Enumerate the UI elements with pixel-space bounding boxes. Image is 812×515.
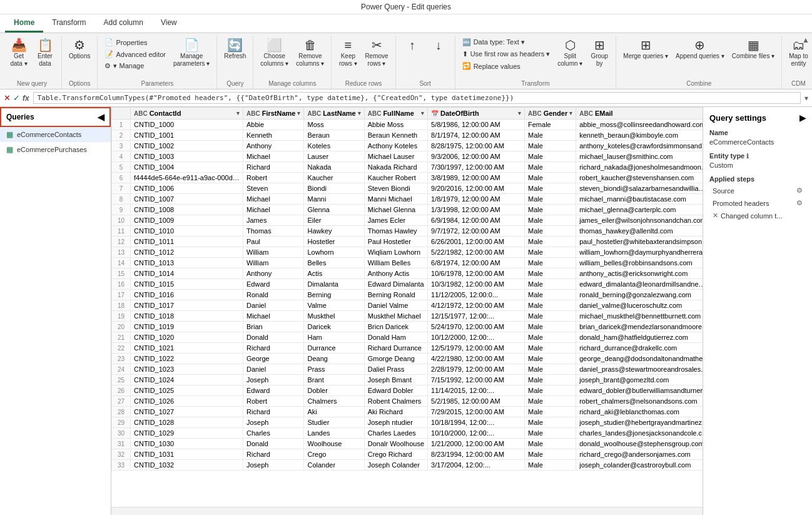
cell-firstname: Joseph	[243, 417, 304, 428]
ribbon-group-transform: 🔤 Data type: Text ▾ ⬆ Use first row as h…	[455, 36, 617, 89]
col-header-firstname[interactable]: ABC FirstName ▾	[243, 108, 304, 120]
tab-view[interactable]: View	[152, 14, 186, 33]
window-title: Power Query - Edit queries	[361, 3, 451, 11]
tab-transform[interactable]: Transform	[43, 14, 94, 33]
table-row: 9 CNTID_1008 Michael Glenna Michael Glen…	[112, 205, 703, 215]
table-row: 5 CNTID_1004 Richard Nakada Nakada Richa…	[112, 162, 703, 173]
step-source[interactable]: Source ⚙	[709, 185, 806, 196]
sort-desc-button[interactable]: ↓	[426, 37, 451, 53]
cell-fullname: Berning Ronald	[364, 290, 427, 300]
replace-values-button[interactable]: 🔁 Replace values	[459, 61, 554, 71]
combine-files-button[interactable]: ▦ Combine files ▾	[729, 37, 778, 62]
formula-x-icon[interactable]: ✕	[4, 93, 11, 103]
cell-firstname: Anthony	[243, 141, 304, 151]
col-filter-fullname[interactable]: ▾	[421, 110, 424, 116]
append-queries-button[interactable]: ⊕ Append queries ▾	[672, 37, 728, 62]
cell-dateofbirth: 11/14/2015, 12:00:...	[428, 385, 525, 396]
tab-home[interactable]: Home	[5, 14, 43, 33]
row-number: 9	[112, 205, 131, 215]
col-header-gender[interactable]: ABC Gender ▾	[525, 108, 576, 120]
cell-gender: Male	[525, 130, 576, 141]
table-row: 17 CNTID_1016 Ronald Berning Berning Ron…	[112, 290, 703, 300]
col-header-email[interactable]: ABC EMail ▾	[576, 108, 703, 120]
properties-button[interactable]: 📄 Properties	[101, 37, 169, 48]
remove-columns-button[interactable]: 🗑 Removecolumns ▾	[293, 37, 327, 69]
enter-data-button[interactable]: 📋 Enterdata	[33, 37, 58, 69]
col-header-contactid[interactable]: ABC ContactId ▾	[131, 108, 243, 120]
col-header-lastname[interactable]: ABC LastName ▾	[304, 108, 364, 120]
manage-parameters-icon: 📄	[184, 39, 200, 51]
cell-email: edward_dobler@butlerwilliamsandturner.co…	[576, 385, 703, 396]
formula-input[interactable]	[33, 92, 801, 104]
formula-check-icon[interactable]: ✓	[13, 93, 20, 103]
table-row: 30 CNTID_1029 Charles Landes Charles Lae…	[112, 428, 703, 439]
refresh-button[interactable]: 🔄 Refresh	[221, 37, 249, 62]
row-number: 28	[112, 407, 131, 417]
settings-expand-icon[interactable]: ▶	[799, 113, 806, 123]
choose-columns-button[interactable]: ⬜ Choosecolumns ▾	[257, 37, 292, 69]
cell-fullname: Anthony Actis	[364, 268, 427, 279]
col-name-contactid: ContactId	[150, 110, 181, 117]
keep-rows-button[interactable]: ≡ Keeprows ▾	[335, 37, 360, 69]
step-changed-column[interactable]: ✕ Changed column t...	[709, 210, 806, 222]
cell-lastname: Eiler	[304, 215, 364, 226]
cell-gender: Male	[525, 194, 576, 205]
col-header-fullname[interactable]: ABC FullName ▾	[364, 108, 427, 120]
step-source-gear-icon[interactable]: ⚙	[796, 186, 803, 195]
cell-dateofbirth: 7/15/1992, 12:00:00 AM	[428, 375, 525, 385]
split-column-button[interactable]: ⬡ Splitcolumn ▾	[554, 37, 586, 69]
cell-gender: Male	[525, 215, 576, 226]
cell-email: james_eiler@wilsonjohnsonandchan.com	[576, 215, 703, 226]
entity-type-info-icon[interactable]: ℹ	[746, 153, 749, 160]
col-filter-firstname[interactable]: ▾	[297, 110, 300, 116]
cell-dateofbirth: 5/8/1986, 12:00:00 AM	[428, 120, 525, 130]
ribbon-collapse-button[interactable]: ▲	[802, 36, 809, 44]
get-data-button[interactable]: 📥 Getdata ▾	[6, 37, 31, 69]
cell-lastname: Moss	[304, 120, 364, 130]
cell-fullname: Daliel Prass	[364, 364, 427, 375]
table-row: 23 CNTID_1022 George Deang Gmorge Deang …	[112, 354, 703, 364]
table-row: 20 CNTID_1019 Brian Daricek Bricn Darice…	[112, 322, 703, 332]
cell-contactid: CNTID_1031	[131, 449, 243, 460]
cell-fullname: Muskthel Michael	[364, 311, 427, 322]
cell-gender: Male	[525, 300, 576, 311]
keep-rows-icon: ≡	[345, 39, 352, 51]
settings-panel: Query settings ▶ Name eCommerceContacts …	[703, 107, 812, 515]
col-header-dateofbirth[interactable]: 📅 DateOfBirth ▾	[428, 108, 525, 120]
queries-collapse-icon[interactable]: ◀	[98, 112, 104, 122]
col-filter-gender[interactable]: ▾	[569, 110, 572, 116]
query-item-ecommercepurchases[interactable]: ▦ eCommercePurchases	[0, 142, 111, 157]
sort-asc-button[interactable]: ↑	[400, 37, 425, 53]
use-first-row-button[interactable]: ⬆ Use first row as headers ▾	[459, 49, 554, 59]
tab-add-column[interactable]: Add column	[95, 14, 152, 33]
step-changed-column-delete-icon[interactable]: ✕	[713, 212, 718, 220]
col-name-firstname: FirstName	[262, 110, 296, 117]
formula-expand-button[interactable]: ▾	[804, 94, 808, 103]
cell-firstname: William	[243, 247, 304, 258]
row-number: 3	[112, 141, 131, 151]
query-item-ecommercecontacts[interactable]: ▦ eCommerceContacts	[0, 127, 111, 142]
col-filter-dateofbirth[interactable]: ▾	[518, 110, 521, 116]
remove-rows-button[interactable]: ✂ Removerows ▾	[362, 37, 391, 69]
advanced-editor-button[interactable]: 📝 Advanced editor	[101, 49, 169, 59]
col-filter-lastname[interactable]: ▾	[358, 110, 361, 116]
cell-fullname: Richard Durrance	[364, 343, 427, 354]
ribbon: 📥 Getdata ▾ 📋 Enterdata New query ⚙ Opti…	[0, 33, 812, 89]
cell-fullname: James Ecler	[364, 215, 427, 226]
group-by-button[interactable]: ⊞ Groupby	[587, 37, 612, 69]
cell-lastname: Muskthel	[304, 311, 364, 322]
col-filter-contactid[interactable]: ▾	[236, 110, 240, 116]
cell-email: william_belles@robbinsandsons.com	[576, 258, 703, 268]
merge-queries-button[interactable]: ⊞ Merge queries ▾	[620, 37, 671, 62]
cell-dateofbirth: 12/15/1977, 12:00:...	[428, 311, 525, 322]
step-promoted-headers[interactable]: Promoted headers ⚙	[709, 197, 806, 209]
col-type-icon-lastname: ABC	[307, 110, 321, 117]
manage-button[interactable]: ⚙ ▾ Manage	[101, 61, 169, 71]
step-promoted-headers-gear-icon[interactable]: ⚙	[796, 199, 803, 207]
cell-firstname: Michael	[243, 311, 304, 322]
grid-scroll[interactable]: ABC ContactId ▾ ABC FirstName ▾	[111, 107, 703, 507]
data-type-button[interactable]: 🔤 Data type: Text ▾	[459, 37, 554, 48]
manage-parameters-button[interactable]: 📄 Manageparameters ▾	[170, 37, 213, 69]
cell-gender: Male	[525, 205, 576, 215]
options-button[interactable]: ⚙ Options	[66, 37, 93, 62]
